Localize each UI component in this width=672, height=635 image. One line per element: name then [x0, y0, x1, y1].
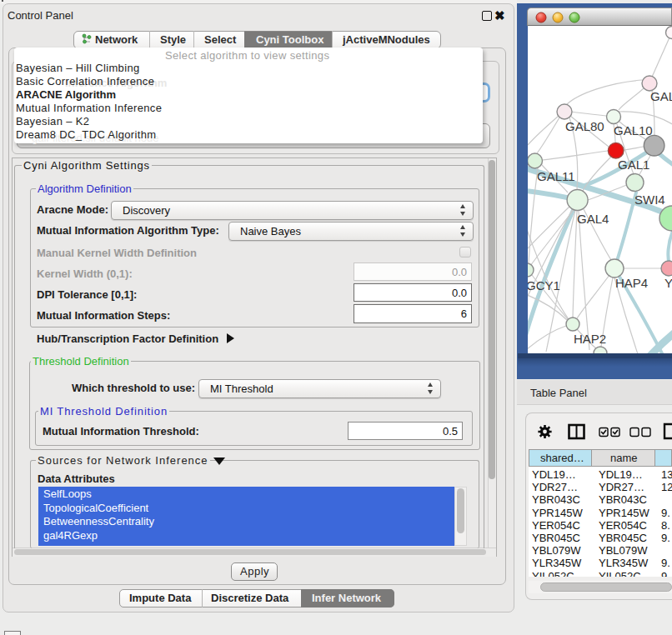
svg-text:GAL1: GAL1 — [618, 158, 649, 172]
svg-text:GAL80: GAL80 — [565, 119, 604, 133]
svg-text:HAP2: HAP2 — [574, 332, 606, 346]
svg-text:GAL11: GAL11 — [537, 169, 575, 183]
svg-text:YP: YP — [664, 276, 672, 290]
svg-text:GAL10: GAL10 — [614, 123, 653, 138]
svg-text:SWI4: SWI4 — [634, 192, 665, 207]
svg-text:GCY1: GCY1 — [528, 278, 560, 292]
svg-text:HAP4: HAP4 — [615, 276, 648, 290]
svg-text:GAL7: GAL7 — [650, 89, 672, 103]
svg-text:GAL4: GAL4 — [577, 212, 609, 226]
